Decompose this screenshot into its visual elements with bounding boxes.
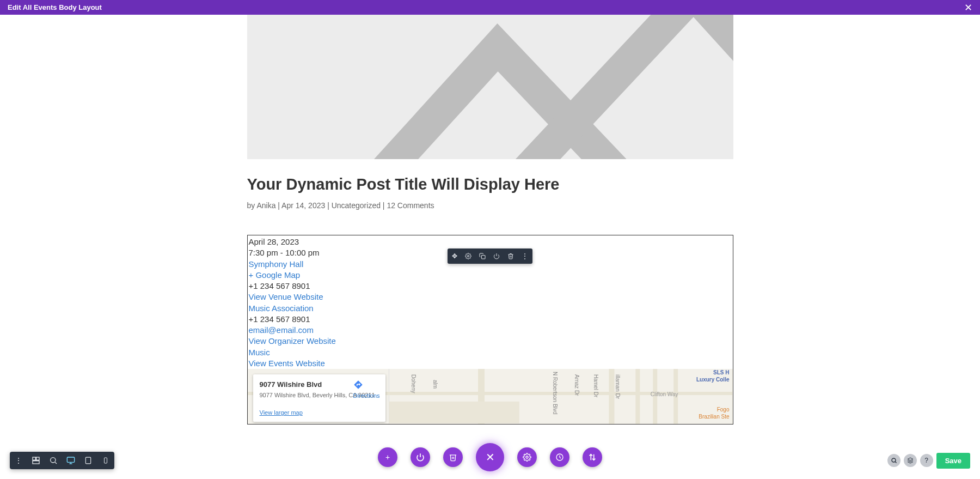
canvas-area: Your Dynamic Post Title Will Display Her…	[0, 15, 980, 425]
close-fab[interactable]: ✕	[476, 443, 504, 471]
history-fab[interactable]	[550, 447, 569, 467]
more-icon[interactable]: ⋮	[522, 252, 528, 260]
svg-rect-18	[36, 457, 39, 460]
desktop-icon[interactable]	[62, 452, 79, 469]
organizer-phone: +1 234 567 8901	[249, 314, 732, 325]
meta-by: by	[247, 201, 257, 210]
settings-fab[interactable]	[517, 447, 537, 467]
event-phone: +1 234 567 8901	[249, 281, 732, 292]
map-poi: Fogo Brazilian Ste	[696, 406, 730, 420]
move-icon[interactable]: ✥	[452, 252, 457, 260]
organizer-email-link[interactable]: email@email.com	[249, 325, 314, 335]
meta-sep: |	[381, 201, 387, 210]
map-pois: SLS H Luxury Colle Fogo Brazilian Ste	[696, 369, 730, 420]
svg-rect-19	[33, 461, 39, 464]
trash-fab[interactable]	[443, 447, 463, 467]
svg-point-20	[51, 458, 56, 463]
directions-icon	[353, 380, 380, 390]
module-toolbar: ✥ ⋮	[448, 248, 532, 264]
add-fab[interactable]: +	[378, 447, 397, 467]
search-icon[interactable]	[887, 454, 901, 467]
event-date: April 28, 2023	[249, 237, 732, 247]
save-button[interactable]: Save	[936, 453, 970, 469]
event-organizer-link[interactable]: Music Association	[249, 304, 314, 313]
svg-rect-25	[85, 457, 90, 464]
svg-marker-31	[908, 458, 913, 460]
zoom-icon[interactable]	[45, 452, 62, 469]
svg-rect-13	[389, 402, 519, 423]
view-mode-toolbar: ⋮	[10, 452, 114, 469]
wireframe-icon[interactable]	[27, 452, 45, 469]
page-title: Edit All Events Body Layout	[8, 3, 102, 11]
directions-label: Directions	[353, 392, 380, 400]
map-info-card: 9077 Wilshire Blvd 9077 Wilshire Blvd, B…	[253, 374, 385, 422]
street-label: Doheny	[409, 374, 417, 393]
meta-date: Apr 14, 2023	[281, 201, 325, 210]
event-category-link[interactable]: Music	[249, 348, 270, 357]
street-label: N Robertson Blvd	[551, 372, 559, 414]
power-fab[interactable]	[411, 447, 430, 467]
organizer-website-link[interactable]: View Organizer Website	[249, 336, 336, 345]
close-icon[interactable]: ✕	[964, 2, 972, 14]
venue-website-link[interactable]: View Venue Website	[249, 292, 323, 301]
svg-rect-17	[33, 457, 35, 460]
svg-point-1	[468, 256, 469, 257]
post-title: Your Dynamic Post Title Will Display Her…	[247, 175, 733, 193]
svg-line-21	[55, 462, 57, 464]
sort-fab[interactable]	[583, 447, 602, 467]
top-bar: Edit All Events Body Layout ✕	[0, 0, 980, 15]
meta-comments[interactable]: 12 Comments	[387, 201, 434, 210]
hero-image-placeholder	[247, 15, 733, 159]
event-venue-link[interactable]: Symphony Hall	[249, 259, 304, 269]
meta-sep: |	[275, 201, 281, 210]
street-label: alm	[431, 380, 439, 389]
svg-rect-27	[105, 458, 107, 463]
svg-point-29	[892, 458, 896, 462]
layers-icon[interactable]	[904, 454, 917, 467]
svg-rect-2	[482, 256, 486, 259]
more-menu-icon[interactable]: ⋮	[10, 452, 27, 469]
duplicate-icon[interactable]	[479, 253, 486, 259]
map-embed[interactable]: 9077 Wilshire Blvd 9077 Wilshire Blvd, B…	[248, 369, 733, 424]
street-label: Hamel Dr	[592, 374, 599, 397]
street-label: illaman Dr	[614, 374, 621, 399]
tablet-icon[interactable]	[79, 452, 97, 469]
post-meta: by Anika | Apr 14, 2023 | Uncategorized …	[247, 201, 733, 210]
map-street-labels: Doheny alm N Robertson Blvd Arnaz Dr Ham…	[548, 369, 646, 424]
events-website-link[interactable]: View Events Website	[249, 359, 325, 368]
view-larger-map-link[interactable]: View larger map	[260, 409, 303, 417]
street-label: Arnaz Dr	[573, 374, 580, 396]
svg-line-30	[895, 462, 896, 463]
phone-icon[interactable]	[97, 452, 114, 469]
event-module[interactable]: ✥ ⋮ April 28, 2023 7:30 pm - 10:00 pm	[247, 235, 733, 425]
svg-rect-22	[67, 457, 74, 462]
google-map-link[interactable]: + Google Map	[249, 270, 301, 280]
gear-icon[interactable]	[465, 253, 471, 259]
svg-point-15	[526, 456, 528, 458]
help-icon[interactable]: ?	[920, 454, 933, 467]
meta-sep: |	[325, 201, 331, 210]
map-label-clifton: Clifton Way	[651, 391, 678, 398]
power-icon[interactable]	[493, 253, 500, 259]
meta-category[interactable]: Uncategorized	[332, 201, 381, 210]
map-poi: SLS H Luxury Colle	[696, 369, 730, 383]
meta-author[interactable]: Anika	[256, 201, 275, 210]
fab-row: + ✕	[378, 443, 602, 471]
trash-icon[interactable]	[507, 253, 514, 259]
directions-button[interactable]: Directions	[353, 380, 380, 400]
